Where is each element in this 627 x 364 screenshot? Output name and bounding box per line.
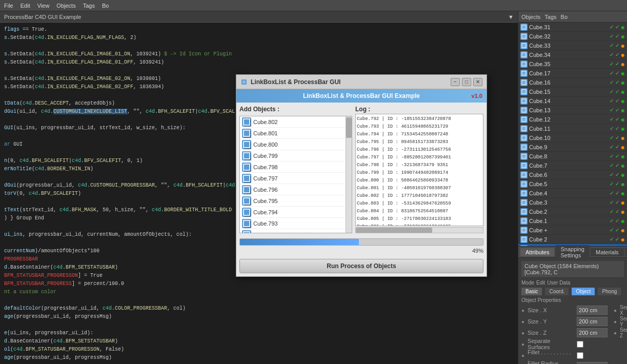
object-list-item[interactable]: Cube.14✓✓● [518,96,627,106]
object-list-item[interactable]: Cube.16✓✓● [518,78,627,87]
status-dot-icon: ● [621,32,625,41]
cube-icon [242,163,251,172]
object-list-item[interactable]: Cube 2✓✓● [518,235,627,244]
object-list-item[interactable]: Cube.5✓✓● [518,179,627,189]
menu-tags[interactable]: Tags [83,3,95,9]
add-obj-item[interactable]: Cube.798 [240,161,352,173]
object-list-item[interactable]: Cube.32✓✓● [518,32,627,41]
object-name: Cube.16 [529,79,608,86]
object-list-item[interactable]: Cube.8✓✓● [518,152,627,161]
object-list-item[interactable]: Cube.17✓✓● [518,69,627,78]
add-obj-item[interactable]: Cube.792 [240,229,352,233]
add-obj-item[interactable]: Cube.793 [240,218,352,229]
add-obj-item[interactable]: Cube.802 [240,116,352,128]
log-scrollbar[interactable] [355,227,483,233]
prop-sizex-input[interactable] [577,306,608,315]
object-list-item[interactable]: Cube.3✓✓● [518,198,627,207]
add-obj-name: Cube.793 [253,220,278,227]
modal-icon [240,78,248,86]
tags-tab[interactable]: Tags [544,14,556,20]
add-obj-item[interactable]: Cube.799 [240,150,352,161]
object-list-item[interactable]: Cube +✓✓● [518,226,627,235]
add-obj-item[interactable]: Cube.795 [240,195,352,207]
tab-attributes[interactable]: Attributes [520,248,554,256]
check2-icon: ✓ [615,135,619,140]
object-list-item[interactable]: Cube.11✓✓● [518,124,627,133]
check-icon: ✓ [610,172,614,177]
code-line: BFM_STATUSBAR_PROGRESS] = percent/100.0 [4,280,514,288]
menu-bo[interactable]: Bo [102,3,109,9]
modal-close-button[interactable]: ✕ [473,78,482,86]
status-dot-icon: ● [621,198,625,207]
add-objects-list[interactable]: Cube.802Cube.801Cube.800Cube.799Cube.798… [239,116,352,233]
modal-minimize-button[interactable]: − [451,78,460,86]
object-icon [520,51,528,58]
check2-icon: ✓ [615,227,619,233]
object-list-item[interactable]: Cube.31✓✓● [518,23,627,32]
sub-tab-coord[interactable]: Coord. [545,288,569,295]
check2-icon: ✓ [615,24,619,30]
object-list-item[interactable]: Cube.15✓✓● [518,87,627,96]
menu-objects[interactable]: Objects [56,3,75,9]
prop-sizez-input[interactable] [577,328,608,337]
add-obj-name: Cube.800 [253,141,278,148]
status-dot-icon: ● [621,171,625,179]
menu-view[interactable]: View [37,3,50,9]
prop-separate-checkbox[interactable] [577,341,583,348]
log-panel: Log : Cube.792 | ID : -18515532384720878… [355,106,483,233]
check2-icon: ✓ [615,43,619,48]
add-obj-item[interactable]: Cube.794 [240,207,352,218]
prop-sizey-input[interactable] [577,317,608,326]
add-obj-item[interactable]: Cube.800 [240,139,352,150]
objects-tab[interactable]: Objects [521,14,540,20]
object-list-item[interactable]: Cube.10✓✓● [518,133,627,143]
log-entry: Cube.793 | ID : 46115940865231729 [357,123,482,131]
sub-tab-object[interactable]: Object [572,288,595,295]
prop-filletr-input[interactable] [577,362,608,364]
object-list-item[interactable]: Cube.34✓✓● [518,50,627,59]
object-name: Cube.13 [529,107,608,113]
object-list-item[interactable]: Cube.2✓✓● [518,207,627,216]
tab-uv[interactable]: UV [625,248,627,256]
status-dot-icon: ● [621,226,625,234]
menu-file[interactable]: File [4,3,13,9]
svg-rect-35 [523,183,525,186]
object-list-item[interactable]: Cube.35✓✓● [518,59,627,69]
sub-tab-phong[interactable]: Phong [598,288,621,295]
object-list-item[interactable]: Cube.9✓✓● [518,143,627,152]
add-obj-item[interactable]: Cube.796 [240,184,352,195]
cube-icon [242,230,251,234]
run-button[interactable]: Run Process of Objects [239,259,483,273]
object-list-item[interactable]: Cube.7✓✓● [518,161,627,170]
add-objects-scrollbar[interactable] [346,116,352,233]
tab-snapping[interactable]: Snapping Settings [555,245,590,259]
tab-materials[interactable]: Materials [591,248,624,256]
object-icon [520,217,528,225]
object-list: Cube.31✓✓●Cube.32✓✓●Cube.33✓✓●Cube.34✓✓●… [518,23,627,246]
add-obj-name: Cube.799 [253,153,278,159]
sub-tab-basic[interactable]: Basic [521,288,542,295]
object-list-item[interactable]: Cube.13✓✓● [518,106,627,115]
add-obj-item[interactable]: Cube.797 [240,173,352,184]
object-name: Cube.5 [529,181,608,187]
object-list-item[interactable]: Cube.6✓✓● [518,170,627,179]
edit-label: Edit [536,280,545,286]
object-list-item[interactable]: Cube.1✓✓● [518,216,627,226]
code-line: nt a custom color [4,288,514,296]
object-list-item[interactable]: Cube.33✓✓● [518,41,627,50]
bo-tab[interactable]: Bo [561,14,568,20]
object-name: Cube.4 [529,190,608,196]
object-icon [520,60,528,68]
code-editor-close-icon[interactable]: ▼ [508,14,514,20]
object-list-item[interactable]: Cube.12✓✓● [518,115,627,124]
check-icon: ✓ [610,61,614,67]
log-entry: Cube.798 | ID : -32136873479 9351 [357,161,482,169]
prop-fillet-checkbox[interactable] [577,352,583,359]
add-obj-item[interactable]: Cube.801 [240,128,352,139]
check-icon: ✓ [610,43,614,48]
modal-maximize-button[interactable]: □ [462,78,471,86]
object-list-item[interactable]: Cube.4✓✓● [518,189,627,198]
check-icon: ✓ [610,144,614,150]
object-icon [520,162,528,169]
menu-edit[interactable]: Edit [21,3,30,9]
